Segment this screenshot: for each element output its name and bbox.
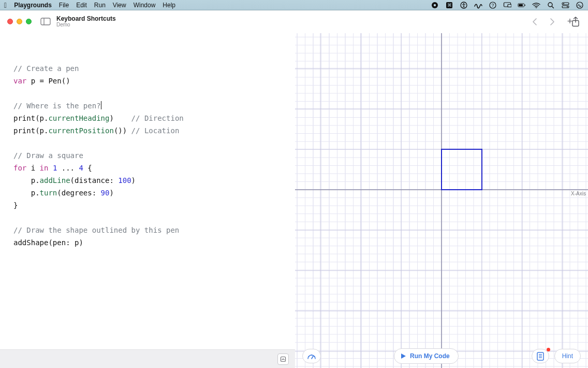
svg-point-19 <box>566 6 567 7</box>
code-pane: // Create a pen var p = Pen() // Where i… <box>0 33 295 368</box>
svg-rect-9 <box>508 4 511 7</box>
back-button[interactable] <box>529 16 540 27</box>
macos-menubar:  Playgrounds File Edit Run View Window … <box>0 0 588 10</box>
menu-file[interactable]: File <box>59 2 69 9</box>
results-bar <box>0 349 295 368</box>
code-text: ) <box>109 189 113 197</box>
code-member: currentPosition <box>48 126 113 135</box>
code-text: print(p. <box>13 114 48 122</box>
drawing-canvas <box>295 33 588 368</box>
svg-point-5 <box>463 3 464 4</box>
hint-label: Hint <box>562 352 573 360</box>
code-member: currentHeading <box>48 114 109 122</box>
speed-button[interactable] <box>302 349 321 363</box>
code-text: ) <box>109 114 131 122</box>
code-comment: // Draw a square <box>13 151 83 160</box>
library-button[interactable] <box>532 349 549 363</box>
help-status-icon[interactable]: ? <box>489 1 497 9</box>
battery-icon[interactable] <box>518 1 526 9</box>
menubar-status-icons: ⌘ ? <box>431 1 584 9</box>
code-text: ()) <box>114 126 131 135</box>
code-text: } <box>13 201 18 209</box>
page-subtitle: Demo <box>56 22 116 28</box>
library-icon <box>536 351 545 361</box>
close-window-button[interactable] <box>7 19 13 24</box>
siri-icon[interactable] <box>576 1 584 9</box>
record-icon[interactable] <box>431 1 439 9</box>
code-text: (distance: <box>70 176 119 185</box>
accessibility-icon[interactable] <box>460 1 468 9</box>
results-toggle-button[interactable] <box>277 353 289 365</box>
code-number: 100 <box>118 176 131 185</box>
svg-line-15 <box>552 6 553 8</box>
code-number: 4 <box>79 164 83 172</box>
svg-line-140 <box>308 357 309 357</box>
page-title-block: Keyboard Shortcuts Demo <box>56 16 116 27</box>
share-button[interactable] <box>571 17 580 29</box>
window-traffic-lights <box>7 19 32 24</box>
scribble-icon[interactable] <box>474 1 482 9</box>
code-text: ) <box>131 176 136 185</box>
code-keyword: for <box>13 164 26 172</box>
code-text: p. <box>13 189 40 197</box>
menubar-left:  Playgrounds File Edit Run View Window … <box>4 2 175 9</box>
command-icon[interactable]: ⌘ <box>445 1 453 9</box>
code-comment: // Draw the shape outlined by this pen <box>13 226 179 234</box>
app-menu[interactable]: Playgrounds <box>14 2 52 9</box>
x-axis-label: X-Axis <box>571 191 586 196</box>
menu-view[interactable]: View <box>113 2 126 9</box>
page-title: Keyboard Shortcuts <box>56 16 116 22</box>
code-keyword: var <box>13 77 26 85</box>
main-split: // Create a pen var p = Pen() // Where i… <box>0 33 588 368</box>
svg-text:⌘: ⌘ <box>447 3 452 8</box>
svg-line-141 <box>314 357 315 357</box>
svg-rect-12 <box>525 4 525 5</box>
code-text: print(p. <box>13 126 48 135</box>
svg-rect-21 <box>41 18 50 25</box>
run-my-code-label: Run My Code <box>410 352 450 360</box>
code-text: i <box>26 164 39 172</box>
control-center-icon[interactable] <box>561 1 569 9</box>
code-member: turn <box>40 189 57 197</box>
svg-point-13 <box>536 7 537 8</box>
code-member: addLine <box>40 176 70 185</box>
code-text: addShape(pen: p) <box>13 238 83 247</box>
sidebar-toggle-icon[interactable] <box>40 17 51 26</box>
code-comment: // Direction <box>131 114 184 122</box>
code-comment: // Location <box>131 126 180 135</box>
play-icon <box>401 353 406 359</box>
live-view-pane: X-Axis Run My Code Hint <box>295 33 588 368</box>
menu-window[interactable]: Window <box>134 2 156 9</box>
svg-rect-11 <box>519 4 523 6</box>
wifi-icon[interactable] <box>532 1 540 9</box>
display-icon[interactable] <box>503 1 511 9</box>
minimize-window-button[interactable] <box>17 19 22 24</box>
code-text: ... <box>57 164 79 172</box>
svg-rect-139 <box>442 149 482 190</box>
forward-button[interactable] <box>547 16 558 27</box>
code-number: 90 <box>101 189 110 197</box>
code-comment: // Where is the pen? <box>13 102 101 110</box>
svg-line-143 <box>312 356 313 359</box>
svg-point-20 <box>577 2 583 8</box>
window-toolbar: Keyboard Shortcuts Demo + <box>0 10 588 33</box>
code-keyword: in <box>40 164 49 172</box>
code-comment: // Create a pen <box>13 64 79 73</box>
code-editor[interactable]: // Create a pen var p = Pen() // Where i… <box>0 33 295 368</box>
live-view-controls: Run My Code Hint <box>295 344 588 368</box>
code-text: { <box>83 164 92 172</box>
code-text: p. <box>13 176 40 185</box>
svg-point-17 <box>563 3 564 4</box>
spotlight-icon[interactable] <box>547 1 555 9</box>
run-my-code-button[interactable]: Run My Code <box>394 348 459 364</box>
apple-menu-icon[interactable]:  <box>4 2 7 9</box>
menu-help[interactable]: Help <box>163 2 175 9</box>
code-text: p = Pen() <box>26 77 70 85</box>
svg-text:?: ? <box>491 3 494 8</box>
hint-button[interactable]: Hint <box>554 349 581 363</box>
menu-edit[interactable]: Edit <box>76 2 87 9</box>
code-text <box>48 164 52 172</box>
zoom-window-button[interactable] <box>26 19 32 24</box>
menu-run[interactable]: Run <box>94 2 106 9</box>
code-text: (degrees: <box>57 189 100 197</box>
